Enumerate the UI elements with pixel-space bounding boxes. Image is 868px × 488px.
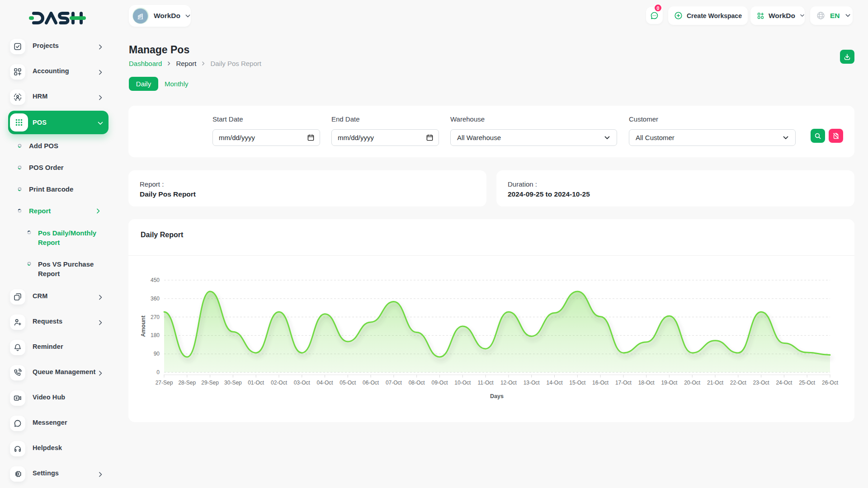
svg-text:22-Oct: 22-Oct [730, 380, 747, 386]
svg-text:06-Oct: 06-Oct [363, 380, 379, 386]
svg-text:13-Oct: 13-Oct [524, 380, 540, 386]
svg-text:24-Oct: 24-Oct [776, 380, 793, 386]
svg-text:23-Oct: 23-Oct [753, 380, 770, 386]
svg-text:29-Sep: 29-Sep [201, 380, 219, 386]
svg-text:21-Oct: 21-Oct [707, 380, 724, 386]
svg-text:28-Sep: 28-Sep [178, 380, 196, 386]
svg-text:270: 270 [151, 314, 160, 320]
svg-text:0: 0 [156, 369, 160, 375]
svg-text:180: 180 [151, 332, 160, 338]
svg-text:15-Oct: 15-Oct [569, 380, 586, 386]
svg-text:18-Oct: 18-Oct [638, 380, 655, 386]
svg-text:07-Oct: 07-Oct [386, 380, 402, 386]
svg-text:12-Oct: 12-Oct [500, 380, 517, 386]
svg-text:11-Oct: 11-Oct [478, 380, 494, 386]
svg-text:10-Oct: 10-Oct [454, 380, 471, 386]
svg-text:90: 90 [154, 351, 160, 357]
svg-text:17-Oct: 17-Oct [615, 380, 632, 386]
svg-text:05-Oct: 05-Oct [340, 380, 356, 386]
svg-text:20-Oct: 20-Oct [684, 380, 701, 386]
svg-text:03-Oct: 03-Oct [294, 380, 311, 386]
svg-text:19-Oct: 19-Oct [661, 380, 678, 386]
svg-text:25-Oct: 25-Oct [799, 380, 816, 386]
svg-text:02-Oct: 02-Oct [271, 380, 288, 386]
svg-text:09-Oct: 09-Oct [431, 380, 448, 386]
svg-text:30-Sep: 30-Sep [224, 380, 242, 386]
svg-text:Amount: Amount [140, 315, 146, 337]
svg-text:Days: Days [490, 393, 504, 399]
svg-text:360: 360 [151, 296, 160, 302]
svg-text:14-Oct: 14-Oct [546, 380, 563, 386]
svg-text:450: 450 [151, 277, 160, 283]
svg-text:08-Oct: 08-Oct [409, 380, 425, 386]
svg-text:16-Oct: 16-Oct [592, 380, 609, 386]
svg-text:04-Oct: 04-Oct [317, 380, 334, 386]
svg-text:26-Oct: 26-Oct [822, 380, 839, 386]
svg-text:01-Oct: 01-Oct [248, 380, 264, 386]
svg-text:27-Sep: 27-Sep [156, 380, 173, 386]
